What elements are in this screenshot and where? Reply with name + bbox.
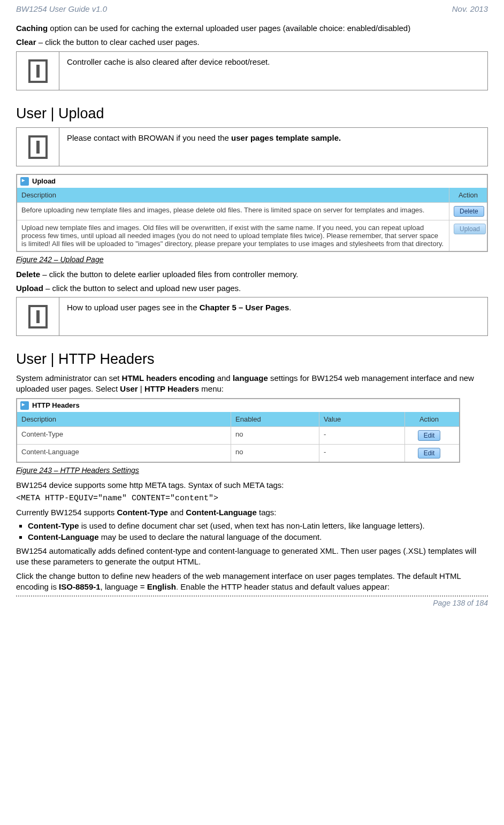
doc-date: Nov. 2013 bbox=[452, 4, 488, 13]
info-box-template: Please contact with BROWAN if you need t… bbox=[16, 127, 488, 166]
heading-http-headers: User | HTTP Headers bbox=[16, 351, 488, 368]
table-row: Upload new template files and images. Ol… bbox=[17, 220, 487, 251]
content-tags-list: Content-Type is used to define document … bbox=[28, 521, 488, 541]
table-row: Before uploading new template files and … bbox=[17, 202, 487, 220]
paragraph-http-intro: System administrator can set HTML header… bbox=[16, 373, 488, 395]
info-icon bbox=[28, 135, 48, 159]
cell-enabled: no bbox=[231, 427, 319, 444]
cell-value: - bbox=[319, 445, 405, 462]
page-number: Page 138 of 184 bbox=[433, 599, 488, 607]
col-enabled: Enabled bbox=[231, 412, 319, 426]
paragraph-upload: Upload – click the button to select and … bbox=[16, 283, 488, 294]
panel-icon bbox=[20, 177, 29, 186]
paragraph-caching: Caching option can be used for caching t… bbox=[16, 23, 488, 34]
doc-title: BW1254 User Guide v1.0 bbox=[16, 4, 107, 13]
paragraph-last: Click the change button to define new he… bbox=[16, 571, 488, 593]
info-icon bbox=[28, 305, 48, 329]
heading-user-upload: User | Upload bbox=[16, 105, 488, 122]
col-description: Description bbox=[17, 188, 449, 202]
upload-button[interactable]: Upload bbox=[454, 224, 486, 234]
page-header: BW1254 User Guide v1.0 Nov. 2013 bbox=[16, 0, 488, 23]
col-description: Description bbox=[17, 412, 231, 426]
panel-icon bbox=[20, 401, 29, 410]
panel-title-row: Upload bbox=[17, 175, 487, 188]
code-meta: <META HTTP-EQUIV="name" CONTENT="content… bbox=[16, 494, 488, 503]
edit-button[interactable]: Edit bbox=[418, 448, 441, 459]
paragraph-clear: Clear – click the button to clear cached… bbox=[16, 37, 488, 48]
col-value: Value bbox=[319, 412, 405, 426]
info-text: Controller cache is also cleared after d… bbox=[59, 51, 488, 90]
page-footer: Page 138 of 184 bbox=[16, 595, 488, 615]
panel-title: Upload bbox=[32, 177, 56, 185]
cell-description: Upload new template files and images. Ol… bbox=[17, 220, 449, 251]
info-text: Please contact with BROWAN if you need t… bbox=[59, 127, 488, 166]
cell-description: Before uploading new template files and … bbox=[17, 203, 449, 220]
list-item: Content-Language may be used to declare … bbox=[28, 532, 488, 541]
info-icon bbox=[28, 59, 48, 83]
cell-value: - bbox=[319, 427, 405, 444]
col-action: Action bbox=[449, 188, 487, 202]
edit-button[interactable]: Edit bbox=[418, 430, 441, 441]
paragraph-delete: Delete – click the button to delete earl… bbox=[16, 269, 488, 280]
list-item: Content-Type is used to define document … bbox=[28, 521, 488, 530]
table-header-row: Description Enabled Value Action bbox=[17, 412, 459, 426]
http-headers-panel: HTTP Headers Description Enabled Value A… bbox=[16, 398, 460, 463]
cell-enabled: no bbox=[231, 445, 319, 462]
panel-title-row: HTTP Headers bbox=[17, 399, 459, 412]
table-row: Content-Type no - Edit bbox=[17, 426, 459, 444]
info-box-chapter5: How to upload user pages see in the Chap… bbox=[16, 297, 488, 336]
table-row: Content-Language no - Edit bbox=[17, 444, 459, 462]
delete-button[interactable]: Delete bbox=[454, 206, 484, 217]
figure-caption: Figure 242 – Upload Page bbox=[16, 255, 488, 264]
paragraph-auto: BW1254 automatically adds defined conten… bbox=[16, 546, 488, 568]
col-action: Action bbox=[405, 412, 453, 426]
upload-panel: Upload Description Action Before uploadi… bbox=[16, 174, 488, 252]
paragraph-supports: Currently BW1254 supports Content-Type a… bbox=[16, 507, 488, 518]
cell-description: Content-Language bbox=[17, 445, 231, 462]
table-header-row: Description Action bbox=[17, 188, 487, 202]
figure-caption: Figure 243 – HTTP Headers Settings bbox=[16, 466, 488, 475]
cell-description: Content-Type bbox=[17, 427, 231, 444]
info-box-cache: Controller cache is also cleared after d… bbox=[16, 51, 488, 90]
info-text: How to upload user pages see in the Chap… bbox=[59, 297, 488, 336]
panel-title: HTTP Headers bbox=[32, 401, 80, 409]
paragraph-meta: BW1254 device supports some http META ta… bbox=[16, 480, 488, 491]
